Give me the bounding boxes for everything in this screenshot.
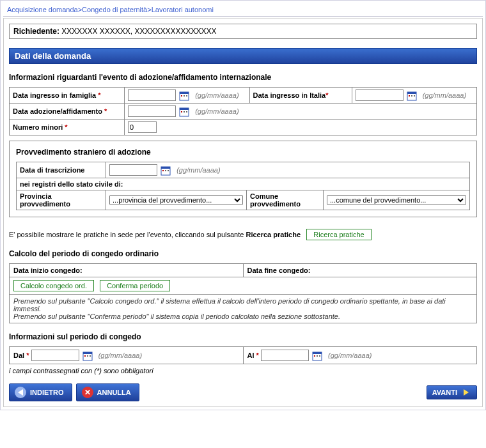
calendar-icon[interactable] bbox=[179, 91, 189, 101]
lbl-comune: Comune provvedimento bbox=[247, 190, 324, 210]
lbl-al: Al bbox=[247, 351, 255, 359]
svg-rect-9 bbox=[414, 95, 415, 97]
svg-rect-18 bbox=[165, 170, 166, 171]
required-mark: * bbox=[65, 123, 67, 131]
svg-rect-26 bbox=[313, 352, 322, 354]
required-mark: * bbox=[104, 107, 107, 115]
input-dal[interactable] bbox=[31, 350, 79, 361]
date-hint: (gg/mm/aaaa) bbox=[98, 351, 142, 359]
cancel-icon: ✕ bbox=[82, 387, 93, 398]
input-ingresso-italia[interactable] bbox=[356, 89, 404, 101]
periodo-heading: Informazioni sul periodo di congedo bbox=[9, 332, 477, 341]
svg-rect-1 bbox=[180, 92, 189, 94]
calcolo-congedo-button[interactable]: Calcolo congedo ord. bbox=[13, 280, 94, 291]
svg-rect-14 bbox=[186, 111, 187, 112]
svg-rect-17 bbox=[162, 170, 164, 171]
svg-rect-24 bbox=[90, 355, 91, 357]
svg-rect-8 bbox=[411, 95, 412, 97]
calendar-icon[interactable] bbox=[312, 351, 322, 361]
required-mark: * bbox=[26, 351, 29, 359]
lbl-ingresso-italia: Data ingresso in Italia bbox=[253, 91, 326, 99]
lbl-registri: nei registri dello stato civile di: bbox=[17, 178, 470, 190]
avanti-button[interactable]: AVANTI bbox=[427, 385, 477, 399]
svg-rect-13 bbox=[184, 111, 185, 112]
svg-rect-27 bbox=[314, 355, 315, 357]
svg-rect-12 bbox=[181, 111, 182, 112]
annulla-label: ANNULLA bbox=[97, 389, 131, 396]
svg-rect-4 bbox=[186, 95, 187, 97]
svg-rect-21 bbox=[83, 352, 92, 354]
evento-heading: Informazioni riguardanti l'evento di ado… bbox=[9, 73, 477, 82]
annulla-button[interactable]: ✕ ANNULLA bbox=[76, 383, 139, 401]
richiedente-label: Richiedente: bbox=[13, 27, 59, 36]
lbl-ingresso-famiglia: Data ingresso in famiglia bbox=[13, 91, 96, 99]
required-mark: * bbox=[325, 91, 328, 99]
lbl-trascrizione: Data di trascrizione bbox=[17, 162, 106, 178]
conferma-periodo-button[interactable]: Conferma periodo bbox=[100, 280, 170, 291]
calcolo-note-2: Premendo sul pulsante "Conferma periodo"… bbox=[13, 313, 473, 320]
svg-rect-6 bbox=[407, 92, 416, 94]
calendar-icon[interactable] bbox=[407, 91, 417, 101]
svg-rect-19 bbox=[168, 170, 169, 171]
svg-rect-22 bbox=[84, 355, 86, 357]
evento-table: Data ingresso in famiglia * (gg/mm/aaaa)… bbox=[9, 87, 477, 135]
svg-rect-16 bbox=[161, 167, 170, 169]
date-hint: (gg/mm/aaaa) bbox=[195, 91, 239, 99]
section-title: Dati della domanda bbox=[9, 48, 477, 64]
select-comune[interactable]: ...comune del provvedimento... bbox=[327, 195, 466, 205]
svg-rect-23 bbox=[87, 355, 88, 357]
svg-rect-3 bbox=[184, 95, 185, 97]
breadcrumb: Acquisizione domanda>Congedo di paternit… bbox=[3, 3, 483, 17]
svg-rect-28 bbox=[317, 355, 318, 357]
arrow-left-icon bbox=[15, 387, 26, 398]
required-mark: * bbox=[256, 351, 259, 359]
calcolo-note-1: Premendo sul pulsante "Calcolo congedo o… bbox=[13, 297, 473, 313]
input-trascrizione[interactable] bbox=[109, 164, 157, 176]
calendar-icon[interactable] bbox=[82, 351, 93, 361]
calendar-icon[interactable] bbox=[161, 166, 171, 176]
lbl-provincia: Provincia provvedimento bbox=[17, 190, 106, 210]
required-mark: * bbox=[98, 91, 100, 99]
lbl-adozione: Data adozione/affidamento bbox=[13, 107, 102, 115]
lbl-dal: Dal bbox=[13, 351, 24, 359]
input-al[interactable] bbox=[261, 350, 309, 361]
indietro-label: INDIETRO bbox=[30, 389, 64, 396]
ricerca-text-bold: Ricerca pratiche bbox=[246, 231, 301, 238]
lbl-inizio-congedo: Data inizio congedo: bbox=[10, 264, 244, 277]
ricerca-text: E' possibile mostrare le pratiche in sed… bbox=[9, 231, 246, 238]
svg-rect-7 bbox=[409, 95, 410, 97]
obblig-note: i campi contrassegnati con (*) sono obbl… bbox=[9, 367, 153, 375]
indietro-button[interactable]: INDIETRO bbox=[9, 383, 72, 401]
ricerca-pratiche-line: E' possibile mostrare le pratiche in sed… bbox=[9, 229, 477, 240]
svg-rect-11 bbox=[180, 108, 189, 110]
provv-heading: Provvedimento straniero di adozione bbox=[16, 148, 470, 157]
date-hint: (gg/mm/aaaa) bbox=[423, 91, 466, 99]
input-adozione[interactable] bbox=[128, 105, 176, 117]
lbl-numero-minori: Numero minori bbox=[13, 123, 63, 131]
svg-rect-2 bbox=[181, 95, 182, 97]
select-provincia[interactable]: ...provincia del provvedimento... bbox=[109, 195, 243, 205]
arrow-right-icon bbox=[464, 389, 469, 396]
lbl-fine-congedo: Data fine congedo: bbox=[243, 264, 477, 277]
date-hint: (gg/mm/aaaa) bbox=[176, 166, 220, 174]
richiedente-value: XXXXXXX XXXXXX, XXXXXXXXXXXXXXXX bbox=[61, 27, 216, 36]
input-ingresso-famiglia[interactable] bbox=[128, 89, 176, 101]
calendar-icon[interactable] bbox=[179, 107, 189, 117]
svg-rect-29 bbox=[319, 355, 320, 357]
avanti-label: AVANTI bbox=[432, 389, 457, 396]
provvedimento-box: Provvedimento straniero di adozione Data… bbox=[9, 141, 477, 217]
ricerca-pratiche-button[interactable]: Ricerca pratiche bbox=[306, 229, 371, 240]
calcolo-heading: Calcolo del periodo di congedo ordinario bbox=[9, 249, 477, 258]
input-numero-minori[interactable] bbox=[128, 121, 157, 133]
date-hint: (gg/mm/aaaa) bbox=[195, 107, 239, 115]
date-hint: (gg/mm/aaaa) bbox=[328, 351, 372, 359]
richiedente-box: Richiedente: XXXXXXX XXXXXX, XXXXXXXXXXX… bbox=[9, 24, 477, 39]
